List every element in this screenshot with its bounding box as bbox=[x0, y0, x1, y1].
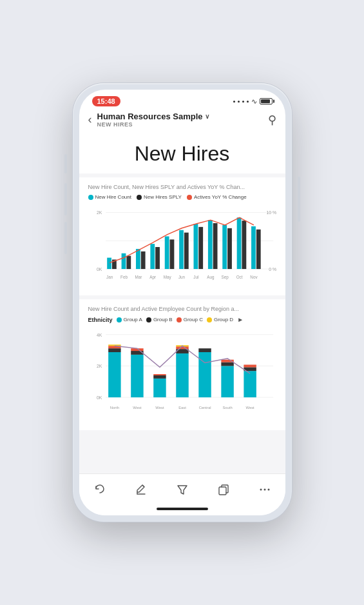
svg-rect-22 bbox=[213, 223, 217, 269]
legend-label-d: Group D bbox=[214, 317, 233, 322]
legend-new-hire-count: New Hire Count bbox=[88, 194, 131, 200]
copy-button[interactable] bbox=[211, 481, 236, 499]
svg-rect-65 bbox=[244, 371, 256, 397]
undo-button[interactable] bbox=[87, 481, 113, 499]
svg-rect-18 bbox=[184, 233, 188, 269]
svg-text:Jun: Jun bbox=[178, 275, 185, 279]
main-content: New Hires New Hire Count, New Hires SPLY… bbox=[79, 132, 285, 473]
chart-2-area: 4K 2K 0K bbox=[88, 327, 276, 424]
svg-rect-61 bbox=[198, 348, 211, 352]
svg-point-82 bbox=[267, 489, 269, 491]
svg-rect-13 bbox=[150, 244, 155, 269]
svg-rect-49 bbox=[108, 344, 120, 346]
svg-text:Mar: Mar bbox=[135, 275, 142, 279]
svg-text:May: May bbox=[163, 275, 171, 280]
chart-2-nav-arrow[interactable]: ► bbox=[237, 316, 244, 323]
legend-label-sply: New Hires SPLY bbox=[144, 194, 182, 200]
svg-rect-10 bbox=[126, 256, 131, 269]
bottom-toolbar bbox=[79, 473, 285, 504]
svg-rect-21 bbox=[207, 220, 212, 269]
legend-group-c: Group C bbox=[177, 317, 203, 322]
svg-rect-28 bbox=[256, 230, 260, 269]
svg-rect-55 bbox=[153, 374, 166, 375]
filter-button[interactable] bbox=[169, 481, 195, 499]
svg-rect-11 bbox=[135, 249, 140, 269]
svg-text:West: West bbox=[133, 406, 142, 410]
svg-rect-14 bbox=[155, 247, 160, 269]
chart-1-svg: 2K 0K 10 % 0 % bbox=[88, 205, 276, 289]
svg-rect-60 bbox=[198, 352, 211, 397]
svg-text:Jan: Jan bbox=[106, 275, 113, 279]
power-button[interactable] bbox=[298, 177, 300, 222]
svg-rect-27 bbox=[251, 226, 256, 269]
legend-dot-a bbox=[117, 317, 122, 322]
filter-icon bbox=[176, 483, 189, 496]
svg-rect-26 bbox=[242, 221, 246, 269]
svg-rect-17 bbox=[179, 230, 184, 269]
svg-text:West: West bbox=[155, 406, 164, 410]
svg-rect-50 bbox=[131, 355, 143, 397]
svg-point-80 bbox=[260, 489, 262, 491]
home-bar bbox=[157, 508, 208, 510]
chart-1-card: New Hire Count, New Hires SPLY and Activ… bbox=[79, 177, 285, 295]
more-button[interactable] bbox=[252, 481, 278, 499]
phone-frame: 15:48 ∿ ‹ Human Resources Sample ∨ NEW bbox=[73, 83, 292, 522]
legend-new-hires-sply: New Hires SPLY bbox=[137, 194, 182, 200]
svg-rect-23 bbox=[222, 225, 227, 269]
ethnicity-label: Ethnicity bbox=[88, 317, 113, 323]
volume-up-button[interactable] bbox=[64, 183, 67, 215]
nav-bar: ‹ Human Resources Sample ∨ NEW HIRES ⚲ bbox=[79, 109, 285, 132]
legend-label-c: Group C bbox=[184, 317, 203, 322]
legend-label-a: Group A bbox=[124, 317, 142, 322]
svg-text:Oct: Oct bbox=[236, 275, 242, 279]
legend-group-a: Group A bbox=[117, 317, 142, 322]
volume-down-button[interactable] bbox=[64, 222, 67, 254]
undo-icon bbox=[93, 483, 106, 496]
svg-rect-53 bbox=[153, 379, 166, 397]
status-bar: 15:48 ∿ bbox=[79, 90, 285, 109]
legend-label-b: Group B bbox=[153, 317, 173, 322]
legend-dot-yoy bbox=[187, 195, 192, 200]
svg-line-75 bbox=[142, 485, 144, 487]
mute-button[interactable] bbox=[64, 154, 67, 174]
svg-text:Feb: Feb bbox=[120, 275, 128, 279]
edit-button[interactable] bbox=[128, 481, 154, 499]
copy-icon bbox=[217, 483, 230, 496]
svg-rect-19 bbox=[193, 224, 198, 269]
svg-rect-9 bbox=[121, 253, 126, 269]
svg-text:West: West bbox=[245, 406, 254, 410]
svg-rect-7 bbox=[107, 258, 111, 270]
svg-rect-79 bbox=[219, 487, 226, 495]
home-indicator bbox=[79, 504, 285, 515]
legend-dot-new-hire bbox=[88, 195, 93, 200]
back-button[interactable]: ‹ bbox=[88, 113, 92, 126]
signal-dot-1 bbox=[233, 101, 235, 103]
svg-rect-47 bbox=[108, 348, 120, 352]
svg-rect-54 bbox=[153, 375, 166, 379]
svg-text:4K: 4K bbox=[97, 333, 102, 337]
ethnicity-row: Ethnicity Group A Group B Group C bbox=[88, 316, 276, 323]
svg-rect-25 bbox=[236, 217, 241, 269]
svg-text:South: South bbox=[222, 406, 232, 410]
legend-dot-sply bbox=[137, 195, 142, 200]
svg-rect-62 bbox=[221, 366, 233, 397]
legend-dot-c bbox=[177, 317, 182, 322]
nav-subtitle: NEW HIRES bbox=[97, 121, 268, 128]
chart-1-area: 2K 0K 10 % 0 % bbox=[88, 205, 276, 289]
signal-dot-3 bbox=[242, 101, 244, 103]
svg-text:0 %: 0 % bbox=[269, 267, 276, 272]
svg-rect-63 bbox=[221, 362, 233, 366]
svg-text:Central: Central bbox=[198, 406, 211, 410]
legend-label-new-hire: New Hire Count bbox=[95, 194, 131, 200]
svg-text:Aug: Aug bbox=[207, 275, 215, 280]
svg-rect-12 bbox=[140, 252, 145, 269]
svg-rect-20 bbox=[198, 227, 203, 269]
legend-group-b: Group B bbox=[146, 317, 173, 322]
svg-rect-24 bbox=[227, 228, 232, 269]
more-icon bbox=[258, 483, 271, 496]
svg-rect-15 bbox=[164, 236, 169, 269]
search-button[interactable]: ⚲ bbox=[268, 113, 276, 127]
nav-title: Human Resources Sample ∨ bbox=[97, 112, 268, 121]
nav-chevron-icon[interactable]: ∨ bbox=[205, 113, 209, 120]
nav-title-text: Human Resources Sample bbox=[97, 112, 203, 121]
